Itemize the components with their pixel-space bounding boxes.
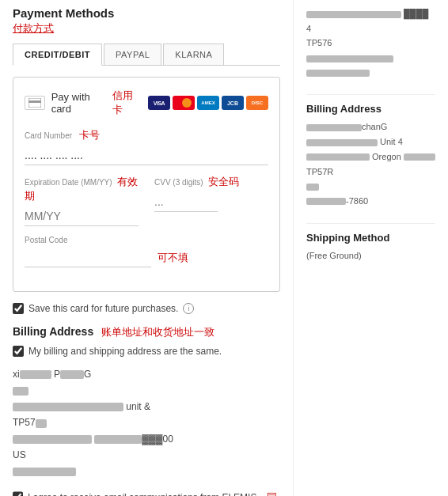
card-icon [25,96,45,110]
card-number-group: Card Number 卡号 [25,128,268,165]
card-number-input[interactable] [25,146,268,165]
same-address-checkbox[interactable] [13,346,24,357]
right-billing-title: Billing Address [306,103,435,115]
right-shipping-section: Shipping Method (Free Ground) [306,232,435,263]
visa-logo: VISA [148,96,170,110]
address-line5: US [13,447,280,463]
address-phone [13,463,280,479]
page-title-cn: 付款方式 [13,21,280,36]
card-number-cn: 卡号 [79,129,100,141]
address-line1 [13,382,280,398]
address-line2: unit & [13,399,280,415]
save-card-checkbox[interactable] [13,303,24,314]
postal-input[interactable] [25,248,151,267]
divider-2 [306,223,435,224]
mastercard-logo [173,96,195,110]
tab-credit-debit[interactable]: CREDIT/DEBIT [13,44,102,66]
pay-with-card-label: Pay with card [51,91,108,115]
discover-logo: DISC [246,96,268,110]
right-billing-text: chanG Unit 4 Oregon TP57R -7860 [306,119,435,208]
address-block: xi P G unit & TP57 ▓▓▓00 US [13,366,280,479]
right-shipping-title: Shipping Method [306,232,435,244]
email-consent-row: I agree to receive email communications … [13,490,280,496]
expiry-group: Expiration Date (MM/YY) 有效期 [25,175,139,226]
page-title: Payment Methods [13,6,280,20]
postal-label: Postal Code [25,236,268,244]
cvv-group: CVV (3 digits) 安全码 [154,175,268,226]
address-name: xi P G [13,366,280,382]
email-consent-label: I agree to receive email communications … [28,492,260,496]
tab-paypal[interactable]: PAYPAL [104,44,161,65]
postal-group: Postal Code 可不填 [25,236,268,267]
divider-1 [306,94,435,95]
right-billing-section: Billing Address chanG Unit 4 Oregon TP57… [306,103,435,208]
card-header: Pay with card 信用卡 VISA AMEX JCB DISC [25,89,268,117]
right-panel: ████ 4 TP576 Billing Address chanG Unit … [293,0,448,496]
expiry-label: Expiration Date (MM/YY) 有效期 [25,175,139,203]
pay-with-card-cn: 信用卡 [112,89,140,117]
billing-title: Billing Address [13,325,93,338]
expiry-cvv-row: Expiration Date (MM/YY) 有效期 CVV (3 digit… [25,175,268,236]
order-items-section: ████ 4 TP576 [306,6,435,80]
card-form-box: Pay with card 信用卡 VISA AMEX JCB DISC Car… [13,77,280,292]
address-line4: ▓▓▓00 [13,431,280,447]
jcb-logo: JCB [222,96,244,110]
email-consent-checkbox[interactable] [13,491,23,496]
card-logos: VISA AMEX JCB DISC [148,96,268,110]
svg-point-3 [182,98,192,108]
left-panel: Payment Methods 付款方式 CREDIT/DEBIT PAYPAL… [0,0,293,496]
address-line3: TP57 [13,415,280,430]
billing-title-cn: 账单地址和收货地址一致 [101,326,215,338]
same-address-label: My billing and shipping address are the … [28,346,222,357]
cvv-input[interactable] [154,192,218,212]
save-card-row: Save this card for future purchases. i [13,303,280,314]
cvv-label: CVV (3 digits) 安全码 [154,175,268,189]
card-number-label: Card Number 卡号 [25,128,268,142]
billing-title-row: Billing Address 账单地址和收货地址一致 [13,325,280,339]
same-address-row: My billing and shipping address are the … [13,346,280,357]
tab-klarna[interactable]: KLARNA [163,44,224,65]
amex-logo: AMEX [197,96,219,110]
save-card-label: Save this card for future purchases. [28,303,178,314]
right-shipping-method: (Free Ground) [306,248,435,263]
info-icon[interactable]: i [183,303,194,314]
order-items-text: ████ 4 TP576 [306,6,435,80]
cvv-cn: 安全码 [208,176,239,187]
postal-cn: 可不填 [158,251,188,265]
expiry-input[interactable] [25,206,139,226]
payment-tabs: CREDIT/DEBIT PAYPAL KLARNA [13,44,280,66]
svg-rect-1 [28,100,41,103]
